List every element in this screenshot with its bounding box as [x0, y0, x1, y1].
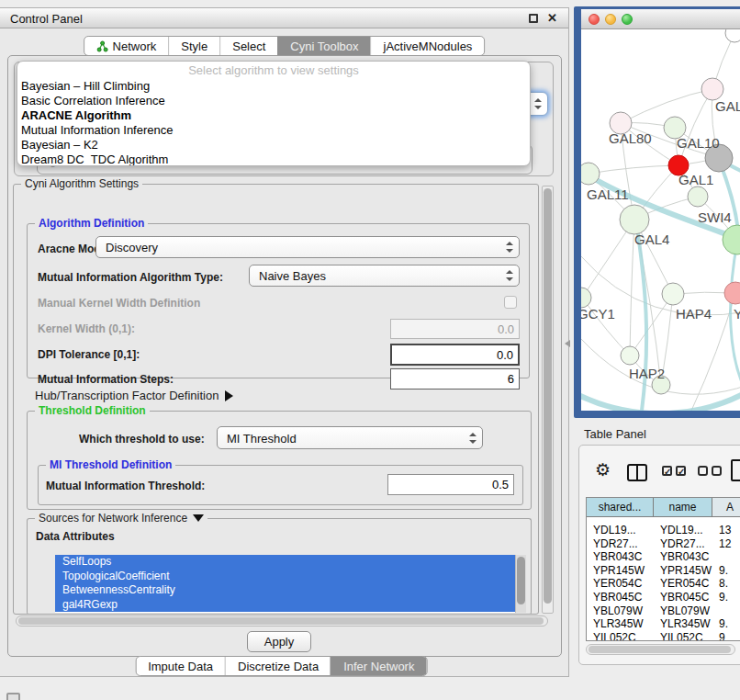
list-item[interactable]: SelfLoops [55, 555, 526, 570]
tab-jactivemnodules[interactable]: jActiveMNodules [371, 37, 485, 55]
dropdown-option[interactable]: Mutual Information Inference [17, 123, 530, 138]
network-window-titlebar[interactable] [581, 9, 740, 29]
table-header-row: shared... name A [587, 498, 740, 517]
node-label: Y [734, 306, 740, 322]
node-label: SWI4 [698, 209, 732, 225]
table-body: YDL19...YDL19...13 YDR27...YDR27...12 YB… [587, 517, 740, 640]
tab-style[interactable]: Style [168, 37, 219, 55]
table-row[interactable]: YIL052CYIL052C9 [587, 631, 740, 640]
scrollbar-thumb[interactable] [517, 557, 525, 604]
screen: Control Panel ✕ Network Style Select Cyn… [0, 0, 740, 700]
tab-network[interactable]: Network [84, 37, 169, 55]
cyni-bottom-tabs: Impute Data Discretize Data Infer Networ… [135, 656, 427, 676]
list-item[interactable]: BetweennessCentrality [55, 583, 526, 598]
splitpane-collapse-icon[interactable] [565, 340, 570, 347]
manual-kernel-width-checkbox[interactable] [504, 296, 517, 309]
table-row[interactable]: YER054CYER054C8. [587, 577, 740, 591]
dropdown-option[interactable]: Bayesian – Hill Climbing [17, 79, 530, 94]
deselect-all-checkbox-icon[interactable] [698, 466, 708, 476]
node-label: HAP2 [629, 366, 665, 381]
stepper-icon [469, 433, 476, 444]
network-canvas[interactable]: GAL GAL80 GAL10 GAL1 GAL11 GAL4 SWI4 GCY… [581, 29, 740, 411]
network-view-inner: GAL GAL80 GAL10 GAL1 GAL11 GAL4 SWI4 GCY… [581, 9, 740, 411]
aracne-mode-combo[interactable]: Discovery [95, 236, 520, 258]
select-all-checkbox-icon[interactable]: ✓ [676, 466, 686, 476]
table-row[interactable]: YDL19...YDL19...13 [587, 524, 740, 537]
cyni-algorithm-settings-group: Cyni Algorithm Settings Algorithm Defini… [13, 184, 539, 615]
cyni-algorithm-settings-title: Cyni Algorithm Settings [21, 177, 142, 190]
dropdown-option[interactable]: Dream8 DC_TDC Algorithm [17, 152, 530, 166]
kernel-width-input[interactable] [390, 319, 520, 339]
threshold-definition-group: Threshold Definition Which threshold to … [27, 411, 532, 510]
threshold-definition-title: Threshold Definition [35, 404, 150, 417]
aracne-mode-value: Discovery [106, 241, 158, 254]
which-threshold-combo[interactable]: MI Threshold [217, 426, 483, 449]
mi-steps-input[interactable] [390, 368, 520, 390]
sources-title[interactable]: Sources for Network Inference [35, 512, 207, 525]
zoom-traffic-light-icon[interactable] [622, 14, 633, 25]
stepper-icon [506, 270, 512, 281]
node-label: GAL10 [677, 135, 720, 151]
table-row[interactable]: YPR145WYPR145W9. [587, 564, 740, 578]
table-row[interactable]: YDR27...YDR27...12 [587, 537, 740, 551]
tab-cyni-toolbox[interactable]: Cyni Toolbox [277, 37, 370, 55]
minimized-panel-icon[interactable] [6, 693, 20, 700]
tab-infer-network[interactable]: Infer Network [331, 657, 426, 675]
algorithm-dropdown-list: Select algorithm to view settings Bayesi… [17, 61, 531, 166]
control-panel-window: Control Panel ✕ Network Style Select Cyn… [0, 7, 569, 677]
dpi-tolerance-label: DPI Tolerance [0,1]: [38, 348, 140, 361]
network-node-labels: GAL GAL80 GAL10 GAL1 GAL11 GAL4 SWI4 GCY… [581, 98, 740, 381]
table-row[interactable]: YBR045CYBR045C9. [587, 591, 740, 604]
document-icon[interactable] [731, 459, 740, 481]
hub-definition-toggle[interactable]: Hub/Transcription Factor Definition [35, 389, 233, 402]
columns-icon[interactable] [627, 464, 647, 481]
dropdown-option[interactable]: Bayesian – K2 [17, 138, 530, 152]
which-threshold-value: MI Threshold [227, 431, 297, 445]
dropdown-option[interactable]: Basic Correlation Inference [17, 94, 530, 108]
scrollbar-thumb[interactable] [18, 617, 544, 625]
minimize-traffic-light-icon[interactable] [605, 14, 616, 25]
manual-kernel-width-label: Manual Kernel Width Definition [38, 297, 200, 310]
table-row[interactable]: YBR043CYBR043C [587, 550, 740, 564]
dropdown-option-selected[interactable]: ARACNE Algorithm [17, 108, 530, 123]
table-horizontal-scrollbar[interactable] [586, 644, 735, 655]
select-all-checkbox-icon[interactable]: ✓ [662, 466, 672, 476]
tab-network-label: Network [113, 40, 157, 53]
column-header[interactable]: shared... [587, 498, 654, 517]
column-header[interactable]: A [712, 498, 740, 517]
dpi-tolerance-input[interactable] [390, 344, 520, 366]
tab-impute-data[interactable]: Impute Data [136, 657, 225, 675]
column-header[interactable]: name [654, 498, 712, 517]
apply-button[interactable]: Apply [247, 631, 311, 652]
mi-algorithm-type-combo[interactable]: Naive Bayes [249, 265, 520, 287]
node-table[interactable]: shared... name A YDL19...YDL19...13 YDR2… [586, 497, 740, 641]
scrollbar-thumb[interactable] [544, 188, 552, 604]
settings-vertical-scrollbar[interactable] [542, 186, 554, 614]
tab-select[interactable]: Select [219, 37, 277, 55]
close-traffic-light-icon[interactable] [589, 14, 600, 25]
close-icon[interactable]: ✕ [547, 11, 557, 25]
deselect-all-checkbox-icon[interactable] [712, 466, 722, 476]
list-item[interactable]: gal4RGexp [55, 598, 526, 613]
network-icon [96, 40, 108, 52]
control-panel-titlebar[interactable]: Control Panel ✕ [0, 8, 568, 28]
settings-horizontal-scrollbar[interactable] [16, 615, 548, 627]
network-view-window: GAL GAL80 GAL10 GAL1 GAL11 GAL4 SWI4 GCY… [574, 6, 740, 418]
table-panel-toolbar: ⚙ ✓ ✓ [579, 446, 740, 495]
float-window-icon[interactable] [529, 14, 538, 23]
table-row[interactable]: YLR345WYLR345W9. [587, 617, 740, 631]
table-row[interactable]: YBL079WYBL079W [587, 604, 740, 618]
node-label: HAP4 [676, 306, 712, 322]
node-label: GCY1 [581, 306, 615, 322]
stepper-icon [506, 242, 512, 253]
tab-discretize-data[interactable]: Discretize Data [225, 657, 331, 675]
mi-threshold-input[interactable] [387, 474, 514, 495]
control-panel-tabs: Network Style Select Cyni Toolbox jActiv… [84, 36, 486, 56]
list-item[interactable]: TopologicalCoefficient [55, 570, 526, 584]
table-panel: ⚙ ✓ ✓ shared... name A YDL19...YDL19...1… [578, 445, 740, 665]
scrollbar-thumb[interactable] [589, 646, 731, 653]
data-attributes-list[interactable]: SelfLoops TopologicalCoefficient Between… [55, 555, 526, 613]
list-scrollbar[interactable] [515, 555, 526, 613]
gear-icon[interactable]: ⚙ [595, 461, 611, 479]
sources-group: Sources for Network Inference Data Attri… [27, 518, 532, 615]
